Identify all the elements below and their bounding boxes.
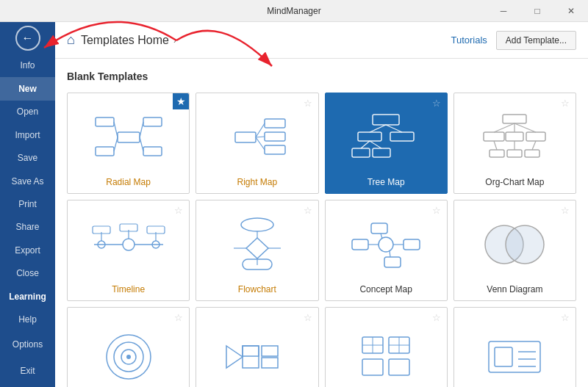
star-icon-9: ☆ [174, 312, 183, 323]
content-header: ⌂ Templates Home › Tutorials Add Templat… [55, 22, 588, 59]
svg-rect-16 [373, 115, 399, 125]
timeline-icon [74, 209, 183, 280]
sidebar-item-options[interactable]: Options [0, 331, 55, 358]
sidebar-item-close[interactable]: Close [0, 262, 55, 285]
svg-rect-10 [265, 119, 285, 128]
svg-point-70 [126, 355, 131, 359]
svg-line-64 [390, 251, 390, 257]
template-card-flowchart[interactable]: ☆ Flowchart [196, 200, 318, 301]
home-icon: ⌂ [67, 32, 75, 48]
svg-line-32 [494, 123, 514, 132]
svg-rect-75 [262, 358, 278, 368]
sidebar: ← Info New Open Import Save Save As Prin… [0, 22, 55, 387]
star-icon-timeline: ☆ [174, 205, 183, 216]
svg-rect-3 [143, 117, 162, 126]
svg-marker-71 [226, 346, 243, 368]
svg-rect-2 [96, 147, 114, 156]
svg-rect-11 [265, 132, 285, 141]
template-card-10[interactable]: ☆ [196, 307, 318, 387]
svg-rect-26 [484, 132, 504, 141]
svg-rect-85 [495, 347, 512, 366]
template-card-tree-map[interactable]: ☆ Tree [325, 93, 448, 194]
sidebar-item-export[interactable]: Export [0, 239, 55, 261]
svg-point-56 [379, 237, 393, 252]
tutorials-link[interactable]: Tutorials [451, 35, 487, 46]
svg-rect-59 [371, 223, 387, 234]
back-circle: ← [15, 26, 40, 51]
svg-rect-57 [352, 239, 368, 250]
star-icon-tree: ☆ [432, 98, 441, 109]
star-icon-org: ☆ [561, 98, 570, 109]
svg-rect-20 [373, 148, 390, 157]
window-controls: ─ □ ✕ [487, 0, 588, 22]
content-area: ⌂ Templates Home › Tutorials Add Templat… [55, 22, 588, 387]
flowchart-icon [202, 209, 312, 280]
svg-marker-51 [246, 238, 268, 258]
svg-line-6 [114, 137, 118, 151]
sidebar-item-save-as[interactable]: Save As [0, 170, 55, 192]
templates-area: Blank Templates ★ [55, 59, 588, 387]
concept-map-icon [331, 209, 441, 280]
sidebar-item-new[interactable]: New [0, 77, 55, 100]
radial-map-icon [74, 102, 183, 173]
template-card-radial-map[interactable]: ★ Radia [67, 93, 190, 194]
svg-line-14 [256, 137, 265, 137]
breadcrumb-arrow: › [173, 35, 176, 46]
star-icon-12: ☆ [561, 312, 570, 323]
add-template-button[interactable]: Add Template... [496, 31, 576, 50]
svg-rect-19 [352, 148, 370, 157]
svg-rect-12 [265, 145, 285, 154]
svg-line-24 [370, 141, 381, 148]
org-chart-icon [460, 102, 570, 173]
svg-line-5 [114, 122, 118, 137]
back-button[interactable]: ← [0, 22, 55, 54]
star-icon-venn: ☆ [561, 205, 570, 216]
sidebar-item-share[interactable]: Share [0, 216, 55, 239]
sidebar-item-save[interactable]: Save [0, 146, 55, 169]
sidebar-item-import[interactable]: Import [0, 123, 55, 146]
svg-point-49 [241, 218, 273, 231]
minimize-button[interactable]: ─ [487, 0, 520, 22]
template-card-11[interactable]: ☆ [325, 307, 448, 387]
svg-line-22 [386, 125, 402, 132]
restore-button[interactable]: □ [520, 0, 554, 22]
section-title: Blank Templates [67, 70, 576, 82]
sidebar-item-print[interactable]: Print [0, 192, 55, 215]
right-map-icon [202, 102, 312, 173]
sidebar-item-help[interactable]: Help [0, 308, 55, 330]
sidebar-item-info[interactable]: Info [0, 54, 55, 77]
template-card-concept-map[interactable]: ☆ Conce [325, 200, 448, 301]
template-card-timeline[interactable]: ☆ [67, 200, 190, 301]
venn-label: Venn Diagram [487, 284, 542, 294]
template-card-venn[interactable]: ☆ Venn Diagram [453, 200, 576, 301]
right-map-label: Right Map [237, 177, 278, 187]
template-12-icon [460, 317, 570, 387]
star-icon-radial: ★ [173, 93, 189, 109]
back-icon: ← [22, 32, 34, 45]
svg-rect-0 [118, 132, 140, 142]
svg-rect-74 [262, 346, 278, 356]
svg-line-13 [256, 123, 265, 137]
title-bar: MindManager ─ □ ✕ [0, 0, 588, 22]
template-card-12[interactable]: ☆ [453, 307, 576, 387]
svg-point-38 [123, 239, 135, 250]
svg-line-21 [370, 125, 386, 132]
template-card-right-map[interactable]: ☆ Right Map [196, 93, 318, 194]
svg-line-37 [532, 141, 536, 150]
close-button[interactable]: ✕ [554, 0, 588, 22]
svg-rect-73 [243, 346, 259, 356]
svg-rect-84 [489, 341, 540, 372]
star-icon-flowchart: ☆ [304, 205, 312, 216]
svg-rect-28 [526, 132, 545, 141]
svg-line-35 [494, 141, 497, 150]
sidebar-item-learning[interactable]: Learning [0, 285, 55, 308]
concept-map-label: Concept Map [359, 284, 412, 294]
sidebar-item-open[interactable]: Open [0, 101, 55, 123]
star-icon-right: ☆ [304, 98, 312, 109]
radial-map-label: Radial Map [106, 177, 151, 187]
sidebar-item-exit[interactable]: Exit [0, 358, 55, 384]
template-card-org-chart[interactable]: ☆ [453, 93, 576, 194]
svg-rect-9 [235, 132, 256, 142]
template-card-9[interactable]: ☆ [67, 307, 190, 387]
svg-rect-25 [503, 115, 526, 123]
